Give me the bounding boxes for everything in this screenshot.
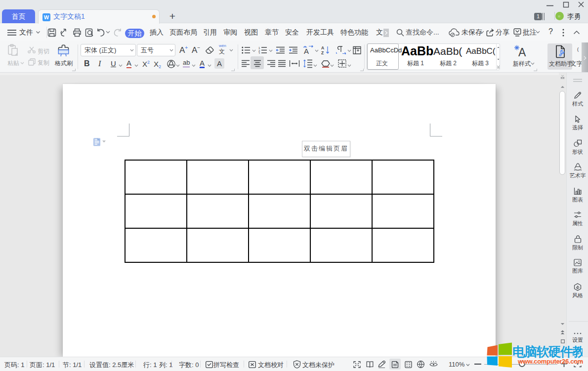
- svg-text:A: A: [321, 45, 324, 50]
- svg-text:Z: Z: [321, 50, 324, 55]
- svg-text:3: 3: [258, 52, 260, 54]
- svg-text:A: A: [304, 47, 309, 55]
- svg-text:A: A: [518, 46, 526, 57]
